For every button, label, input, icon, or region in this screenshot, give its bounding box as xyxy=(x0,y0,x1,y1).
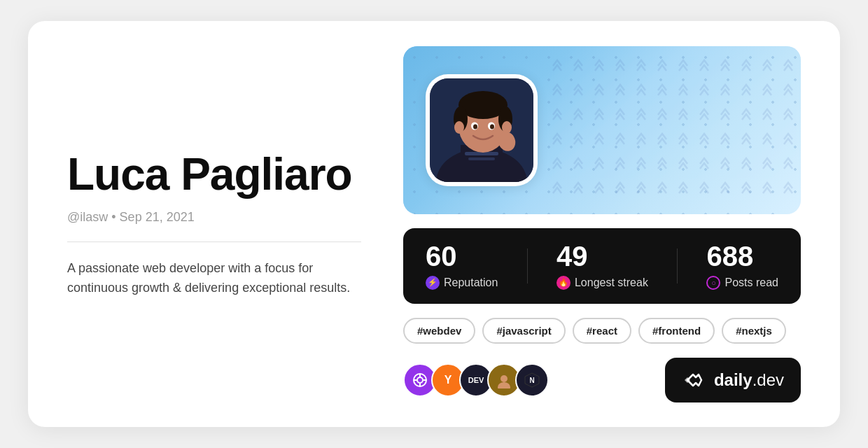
streak-label: 🔥 Longest streak xyxy=(556,276,648,290)
user-handle: @ilasw xyxy=(67,210,108,224)
right-section: 60 ⚡ Reputation 49 🔥 Longest streak 688 … xyxy=(403,46,801,402)
user-bio: A passionate web developer with a focus … xyxy=(67,259,361,298)
reputation-value: 60 xyxy=(426,242,457,270)
stat-divider-1 xyxy=(527,248,528,284)
section-divider xyxy=(67,241,361,242)
tag-frontend[interactable]: #frontend xyxy=(638,318,715,344)
source-icons: Y DEV N xyxy=(403,363,543,397)
stats-bar: 60 ⚡ Reputation 49 🔥 Longest streak 688 … xyxy=(403,228,801,304)
tag-webdev[interactable]: #webdev xyxy=(403,318,475,344)
stat-divider-2 xyxy=(677,248,678,284)
tags-section: #webdev #javascript #react #frontend #ne… xyxy=(403,318,801,344)
posts-label: ○ Posts read xyxy=(706,276,778,290)
brand-logo: daily.dev xyxy=(714,370,784,390)
profile-banner xyxy=(403,46,801,214)
stat-reputation: 60 ⚡ Reputation xyxy=(426,242,498,290)
source-icon-5: N xyxy=(515,363,549,397)
streak-icon: 🔥 xyxy=(556,276,570,290)
svg-point-10 xyxy=(454,121,464,134)
profile-card: Luca Pagliaro @ilasw • Sep 21, 2021 A pa… xyxy=(28,21,840,427)
avatar-svg xyxy=(430,78,533,182)
brand-icon xyxy=(682,368,707,393)
posts-value: 688 xyxy=(706,242,753,270)
join-date: Sep 21, 2021 xyxy=(120,210,195,224)
tag-nextjs[interactable]: #nextjs xyxy=(722,318,786,344)
tag-react[interactable]: #react xyxy=(573,318,631,344)
brand-name: daily.dev xyxy=(714,370,784,390)
tag-javascript[interactable]: #javascript xyxy=(482,318,565,344)
reputation-icon: ⚡ xyxy=(426,276,440,290)
svg-text:N: N xyxy=(529,377,534,384)
reputation-label: ⚡ Reputation xyxy=(426,276,498,290)
avatar-wrapper xyxy=(426,74,538,186)
brand-badge: daily.dev xyxy=(665,358,801,402)
user-name: Luca Pagliaro xyxy=(67,150,361,199)
svg-rect-4 xyxy=(468,158,495,160)
user-meta: @ilasw • Sep 21, 2021 xyxy=(67,210,361,225)
svg-point-23 xyxy=(500,375,507,382)
bottom-row: Y DEV N xyxy=(403,358,801,402)
svg-point-24 xyxy=(498,382,510,388)
avatar xyxy=(430,78,533,182)
left-section: Luca Pagliaro @ilasw • Sep 21, 2021 A pa… xyxy=(67,150,361,298)
stat-streak: 49 🔥 Longest streak xyxy=(556,242,648,290)
stat-posts: 688 ○ Posts read xyxy=(706,242,778,290)
svg-point-18 xyxy=(417,377,423,383)
svg-point-15 xyxy=(490,124,494,129)
streak-value: 49 xyxy=(556,242,588,270)
posts-icon: ○ xyxy=(706,276,720,290)
svg-point-14 xyxy=(473,124,477,129)
